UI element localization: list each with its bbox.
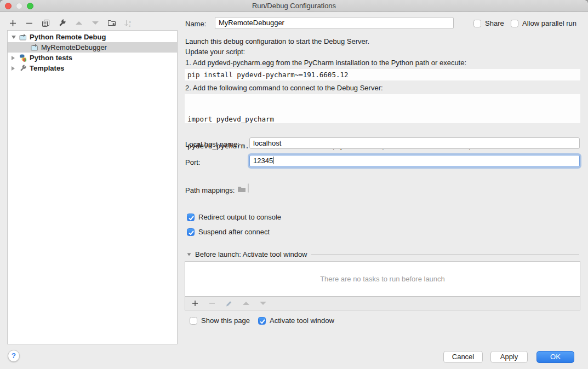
add-configuration-button[interactable] bbox=[8, 19, 18, 28]
copy-configuration-button[interactable] bbox=[41, 19, 50, 28]
configurations-tree: Python Remote Debug MyRemoteDebugger Pyt… bbox=[7, 30, 178, 344]
run-config-icon bbox=[31, 44, 38, 51]
activate-tool-window-label: Activate tool window bbox=[270, 316, 334, 325]
create-folder-button[interactable] bbox=[107, 19, 116, 28]
edit-task-button[interactable] bbox=[224, 299, 233, 308]
redirect-output-label: Redirect output to console bbox=[198, 213, 281, 221]
wrench-icon bbox=[58, 19, 66, 27]
move-down-button[interactable] bbox=[90, 19, 100, 28]
port-input[interactable]: 12345 bbox=[249, 155, 580, 167]
tree-item-python-tests[interactable]: Python tests bbox=[8, 53, 177, 63]
activate-tool-window-checkbox[interactable] bbox=[258, 317, 266, 325]
code-line-1: import pydevd_pycharm bbox=[187, 114, 580, 124]
no-tasks-message: There are no tasks to run before launch bbox=[185, 262, 580, 296]
share-checkbox[interactable] bbox=[473, 20, 481, 27]
up-triangle-icon bbox=[76, 21, 82, 25]
move-task-down-button[interactable] bbox=[258, 299, 267, 308]
suspend-after-connect-checkbox[interactable] bbox=[187, 228, 195, 236]
svg-text:a: a bbox=[129, 19, 131, 23]
local-host-name-label: Local host name: bbox=[185, 140, 239, 148]
expander-closed-icon[interactable] bbox=[12, 66, 16, 71]
move-task-up-button[interactable] bbox=[241, 299, 250, 308]
run-debug-configurations-dialog: Run/Debug Configurations bbox=[0, 0, 588, 369]
python-tests-icon bbox=[19, 54, 27, 62]
remove-task-button[interactable] bbox=[207, 299, 216, 308]
share-option: Share bbox=[473, 19, 504, 27]
cancel-button[interactable]: Cancel bbox=[443, 351, 483, 363]
expander-closed-icon[interactable] bbox=[12, 56, 16, 60]
configurations-toolbar: a z bbox=[8, 17, 133, 29]
tree-item-label: Python tests bbox=[30, 54, 72, 62]
collapse-triangle-icon[interactable] bbox=[187, 253, 191, 256]
path-mappings-field[interactable] bbox=[248, 183, 249, 193]
before-launch-tasks-panel: There are no tasks to run before launch bbox=[185, 261, 580, 310]
run-config-icon bbox=[19, 33, 27, 41]
allow-parallel-run-checkbox[interactable] bbox=[511, 20, 518, 27]
down-triangle-icon bbox=[92, 21, 99, 25]
before-launch-divider bbox=[311, 254, 579, 255]
apply-button[interactable]: Apply bbox=[490, 351, 528, 363]
minus-icon bbox=[209, 300, 215, 307]
tree-item-python-remote-debug[interactable]: Python Remote Debug bbox=[8, 32, 177, 42]
text-caret bbox=[273, 157, 273, 164]
port-label: Port: bbox=[185, 158, 200, 166]
allow-parallel-run-label: Allow parallel run bbox=[522, 19, 576, 27]
suspend-after-connect-option: Suspend after connect bbox=[187, 228, 270, 236]
local-host-name-input[interactable]: localhost bbox=[249, 137, 580, 149]
traffic-lights bbox=[5, 3, 33, 9]
step-1-text: 1. Add pydevd-pycharm.egg from the PyCha… bbox=[185, 59, 466, 67]
show-this-page-option: Show this page bbox=[190, 316, 250, 325]
allow-parallel-option: Allow parallel run bbox=[511, 19, 576, 27]
settrace-code-snippet[interactable]: import pydevd_pycharm pydevd_pycharm.set… bbox=[185, 94, 580, 123]
close-button[interactable] bbox=[5, 3, 12, 9]
description-line-2: Update your script: bbox=[185, 48, 245, 56]
name-label: Name: bbox=[185, 20, 206, 28]
folder-icon[interactable] bbox=[237, 186, 246, 193]
copy-icon bbox=[42, 19, 50, 27]
sort-az-icon: a z bbox=[124, 19, 132, 27]
share-label: Share bbox=[485, 19, 504, 27]
expander-open-icon[interactable] bbox=[12, 36, 16, 39]
show-this-page-checkbox[interactable] bbox=[190, 317, 197, 325]
pip-command-snippet[interactable]: pip install pydevd-pycharm~=191.6605.12 bbox=[185, 69, 580, 80]
tree-item-label: Templates bbox=[30, 64, 64, 72]
activate-tool-window-option: Activate tool window bbox=[258, 316, 334, 325]
move-up-button[interactable] bbox=[74, 19, 83, 28]
minus-icon bbox=[26, 20, 33, 27]
zoom-button[interactable] bbox=[27, 3, 33, 9]
before-launch-section-header[interactable]: Before launch: Activate tool window bbox=[187, 250, 579, 258]
help-button[interactable]: ? bbox=[8, 350, 20, 362]
up-triangle-icon bbox=[243, 302, 249, 305]
name-input[interactable]: MyRemoteDebugger bbox=[215, 17, 454, 29]
tree-item-label: MyRemoteDebugger bbox=[41, 43, 107, 51]
add-task-button[interactable] bbox=[190, 299, 199, 308]
plus-icon bbox=[192, 300, 198, 307]
templates-wrench-icon bbox=[19, 65, 27, 72]
down-triangle-icon bbox=[260, 302, 266, 305]
suspend-after-connect-label: Suspend after connect bbox=[198, 228, 270, 236]
edit-templates-button[interactable] bbox=[58, 19, 67, 28]
new-folder-icon bbox=[107, 19, 116, 27]
plus-icon bbox=[9, 20, 16, 27]
remove-configuration-button[interactable] bbox=[25, 19, 34, 28]
tree-item-label: Python Remote Debug bbox=[30, 33, 106, 41]
tree-item-templates[interactable]: Templates bbox=[8, 63, 177, 73]
description-line-1: Launch this debug configuration to start… bbox=[185, 37, 369, 45]
tasks-toolbar bbox=[185, 296, 580, 310]
before-launch-title: Before launch: Activate tool window bbox=[195, 250, 307, 258]
svg-text:z: z bbox=[129, 23, 130, 27]
pencil-icon bbox=[225, 300, 232, 307]
ok-button[interactable]: OK bbox=[536, 351, 574, 363]
minimize-button[interactable] bbox=[16, 3, 22, 9]
configuration-form: Name: MyRemoteDebugger Share Allow paral… bbox=[185, 0, 580, 345]
step-2-text: 2. Add the following command to connect … bbox=[185, 84, 383, 92]
redirect-output-option: Redirect output to console bbox=[187, 213, 281, 221]
tree-item-myremotedebugger[interactable]: MyRemoteDebugger bbox=[8, 42, 177, 53]
path-mappings-label: Path mappings: bbox=[185, 186, 235, 194]
sort-configurations-button[interactable]: a z bbox=[123, 19, 133, 28]
redirect-output-checkbox[interactable] bbox=[187, 214, 195, 221]
show-this-page-label: Show this page bbox=[201, 316, 250, 325]
